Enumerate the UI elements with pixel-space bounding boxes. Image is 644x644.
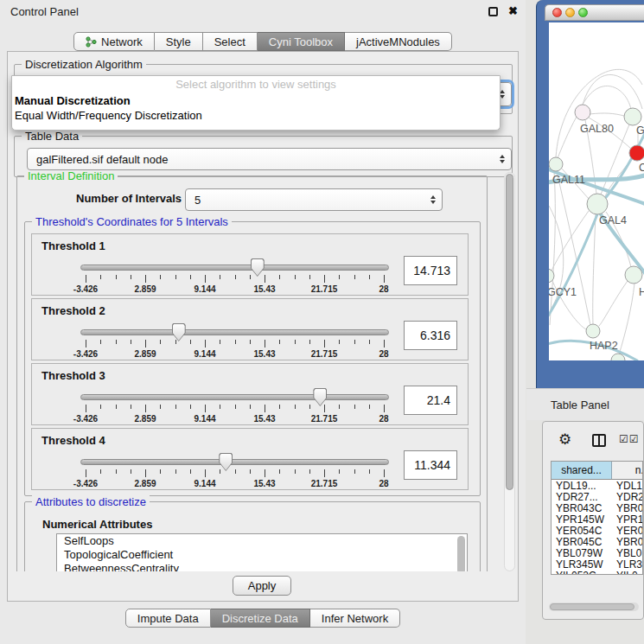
table-row[interactable]: YDR27...YDR2...	[552, 491, 642, 502]
table-panel-titlebar: Table Panel	[526, 388, 644, 420]
tick-mark	[339, 469, 340, 474]
apply-button[interactable]: Apply	[233, 576, 291, 596]
tab-cyni-toolbox[interactable]: Cyni Toolbox	[258, 32, 345, 51]
threshold-value-field[interactable]: 6.316	[404, 321, 457, 350]
close-traffic-light-icon[interactable]	[552, 8, 562, 17]
threshold-value-field[interactable]: 14.713	[404, 256, 457, 285]
table-row[interactable]: YLR345WYLR3...	[552, 558, 642, 570]
network-node-h[interactable]	[625, 266, 642, 284]
threshold-value-field[interactable]: 11.344	[404, 450, 457, 480]
tab-style-label: Style	[166, 35, 191, 48]
table-cell-shared-name: YDL19...	[552, 480, 612, 492]
tick-mark	[354, 469, 355, 474]
tick-mark	[190, 469, 191, 474]
network-node-ga[interactable]	[624, 108, 641, 125]
algorithm-option-equal-width-frequency[interactable]: Equal Width/Frequency Discretization	[12, 108, 500, 123]
table-cell-name: YDL1...	[612, 480, 643, 492]
float-panel-icon[interactable]	[488, 7, 498, 16]
tick-mark	[279, 469, 280, 474]
table-cell-name: YIL0...	[612, 570, 643, 576]
network-edge	[583, 86, 631, 109]
tab-infer-network[interactable]: Infer Network	[310, 609, 400, 628]
split-columns-icon[interactable]	[592, 434, 606, 447]
table-row[interactable]: YPR145WYPR1...	[552, 513, 642, 525]
network-node-gal80[interactable]	[575, 105, 590, 120]
zoom-traffic-light-icon[interactable]	[578, 8, 588, 17]
tick-mark	[339, 405, 340, 409]
tab-network-label: Network	[101, 35, 143, 48]
table-cell-name: YDR2...	[612, 491, 643, 503]
slider-tick-marks	[86, 405, 384, 413]
threshold-slider-thumb[interactable]	[313, 388, 327, 406]
table-row[interactable]: YDL19...YDL1...	[552, 480, 642, 491]
threshold-value-field[interactable]: 21.4	[404, 386, 457, 415]
scrollbar-thumb[interactable]	[550, 603, 634, 610]
threshold-slider-thumb[interactable]	[251, 258, 265, 277]
attribute-list-item[interactable]: SelfLoops	[57, 534, 467, 548]
gear-icon[interactable]: ⚙	[558, 430, 571, 449]
tick-mark	[175, 275, 176, 279]
table-cell-shared-name: YBR043C	[552, 502, 612, 514]
threshold-slider-thumb[interactable]	[172, 323, 186, 341]
discretization-algorithm-group-title: Discretization Algorithm	[22, 58, 146, 71]
network-icon	[86, 36, 97, 48]
threshold-slider-track[interactable]	[80, 265, 389, 271]
algorithm-option-manual-discretization[interactable]: Manual Discretization	[12, 93, 500, 108]
table-data-selected-value: galFiltered.sif default node	[36, 153, 168, 166]
slider-thumb-face	[314, 389, 326, 405]
attribute-list-item[interactable]: BetweennessCentrality	[57, 562, 467, 571]
tab-jactivemnodules[interactable]: jActiveMNodules	[345, 32, 452, 51]
number-of-intervals-combobox[interactable]: 5	[185, 188, 443, 211]
tab-discretize-data[interactable]: Discretize Data	[211, 609, 310, 628]
axis-label: 9.144	[194, 414, 215, 424]
threshold-slider-track[interactable]	[80, 329, 389, 335]
threshold-label: Threshold 1	[41, 239, 105, 252]
tab-style[interactable]: Style	[155, 32, 203, 51]
threshold-label: Threshold 3	[41, 369, 105, 382]
panel-vertical-scrollbar[interactable]	[504, 172, 515, 571]
table-data-group: Table Data galFiltered.sif default node	[14, 136, 513, 177]
table-row[interactable]: YIL052CYIL0...	[552, 570, 642, 575]
threshold-slider-track[interactable]	[80, 394, 389, 400]
network-node-hap2[interactable]	[586, 324, 600, 338]
table-row[interactable]: YBL079WYBL0...	[552, 547, 642, 558]
table-row[interactable]: YER054CYER0...	[552, 525, 642, 536]
close-icon[interactable]: ✖	[508, 4, 518, 17]
scrollbar-thumb[interactable]	[506, 174, 513, 490]
tab-network[interactable]: Network	[73, 32, 155, 51]
threshold-slider-track[interactable]	[80, 459, 389, 465]
column-header-name[interactable]: n...	[612, 462, 643, 479]
table-row[interactable]: YBR043CYBR0...	[552, 502, 642, 513]
number-of-intervals-value: 5	[194, 194, 201, 207]
control-panel-titlebar: Control Panel ✖	[0, 0, 526, 22]
select-columns-icon[interactable]: ☑☑	[619, 433, 640, 445]
list-scrollbar[interactable]	[457, 536, 465, 571]
network-node-c[interactable]	[629, 145, 644, 161]
threshold-label: Threshold 4	[41, 434, 105, 447]
tick-mark	[220, 469, 220, 474]
table-data-combobox[interactable]: galFiltered.sif default node	[27, 148, 512, 170]
network-node-gal4[interactable]	[587, 194, 608, 214]
tick-mark	[116, 275, 117, 279]
tick-mark	[116, 469, 117, 474]
network-edge	[599, 281, 628, 326]
network-window-titlebar	[545, 4, 644, 21]
network-node-gal11[interactable]	[549, 157, 563, 171]
attribute-list-item[interactable]: TopologicalCoefficient	[57, 548, 467, 562]
column-header-shared-name[interactable]: shared...	[552, 462, 612, 479]
tick-mark	[86, 405, 86, 412]
network-edge	[619, 284, 634, 354]
table-row[interactable]: YBR045CYBR0...	[552, 536, 642, 547]
tick-mark	[265, 340, 265, 348]
tick-mark	[369, 275, 370, 279]
table-panel-window: ⚙ ☑☑ shared... n... YDL19...YDL1...YDR27…	[542, 421, 644, 620]
threshold-slider-thumb[interactable]	[219, 453, 233, 471]
tab-select[interactable]: Select	[203, 32, 258, 51]
table-horizontal-scrollbar[interactable]	[549, 603, 639, 611]
axis-label: 15.43	[253, 284, 275, 294]
tab-impute-data[interactable]: Impute Data	[125, 609, 211, 628]
tab-discretize-data-label: Discretize Data	[222, 612, 298, 625]
axis-label: 28	[379, 349, 388, 359]
minimize-traffic-light-icon[interactable]	[565, 8, 575, 17]
network-canvas[interactable]: GAL80GACGAL11GAL4GCY1HHAP2	[549, 22, 644, 360]
